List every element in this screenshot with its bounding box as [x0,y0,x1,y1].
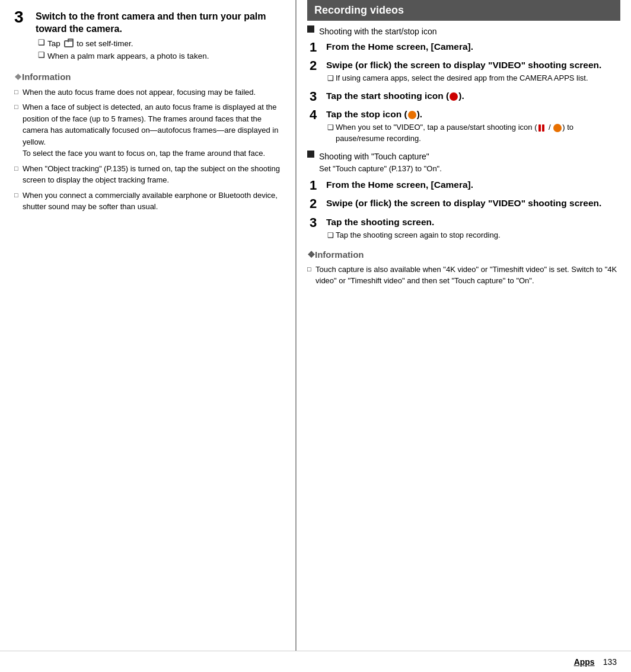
subsection1: Shooting with the start/stop icon [307,27,620,36]
r-step-content: Tap the shooting screen. ❑ Tap the shoot… [326,216,620,242]
subsection2: Shooting with "Touch capture" Set "Touch… [307,152,620,174]
step-3-bullet-2: ❑ When a palm mark appears, a photo is t… [36,50,283,62]
subsection2-label: Shooting with "Touch capture" [319,152,429,161]
info-text: When "Object tracking" (P.135) is turned… [23,163,283,186]
r-step-s2-1: 1 From the Home screen, [Camera]. [310,179,620,193]
start-icon [450,92,458,101]
subsection1-label: Shooting with the start/stop icon [319,27,436,36]
right-info-heading: ❖Information [307,249,620,260]
left-info-section: ❖Information □ When the auto focus frame… [14,72,283,213]
left-info-item-2: □ When a face of subject is detected, an… [14,101,283,159]
r-step-number: 3 [310,216,326,229]
r-step-number: 1 [310,179,326,192]
r-step-title: Swipe (or flick) the screen to display "… [326,59,620,71]
r-step-s2-2: 2 Swipe (or flick) the screen to display… [310,197,620,211]
right-info-item-1: □ Touch capture is also available when "… [307,264,620,287]
section-header: Recording videos [307,0,620,21]
step-number-3: 3 [14,9,36,25]
footer-apps-label: Apps [574,657,595,667]
step-3-bullet-1: ❑ Tap to set self-timer. [36,38,283,50]
left-column: 3 Switch to the front camera and then tu… [0,0,297,651]
r-step-title: Tap the start shooting icon (). [326,90,620,102]
r-step-title: Tap the stop icon (). [326,108,620,120]
bullet-text: When a palm mark appears, a photo is tak… [47,50,209,62]
section-title: Recording videos [314,4,404,16]
bullet-text: Tap to set self-timer. [47,38,133,50]
r-step-title: From the Home screen, [Camera]. [326,41,620,53]
black-square-icon [307,25,314,33]
info-text: When you connect a commercially availabl… [23,190,283,213]
left-info-heading: ❖Information [14,72,283,82]
r-bullet-item: ❑ If using camera apps, select the desir… [326,73,620,84]
resume-icon [553,124,562,132]
diamond-icon: ❖ [14,72,22,82]
left-info-item-1: □ When the auto focus frame does not app… [14,87,283,98]
bullet-sym: ❑ [38,38,47,47]
left-step-3: 3 Switch to the front camera and then tu… [14,11,283,63]
r-step-content: Tap the stop icon (). ❑ When you set to … [326,108,620,146]
r-bullet-text: Tap the shooting screen again to stop re… [336,230,501,241]
info-text: When a face of subject is detected, an a… [23,101,283,159]
r-step-content: Swipe (or flick) the screen to display "… [326,197,620,211]
right-info-section: ❖Information □ Touch capture is also ava… [307,249,620,287]
r-step-2: 2 Swipe (or flick) the screen to display… [310,59,620,85]
r-bullet-sym: ❑ [327,231,336,239]
r-step-3: 3 Tap the start shooting icon (). [310,90,620,104]
r-step-content: Swipe (or flick) the screen to display "… [326,59,620,85]
left-info-item-4: □ When you connect a commercially availa… [14,190,283,213]
r-bullet-item: ❑ Tap the shooting screen again to stop … [326,230,620,241]
r-step-title: Swipe (or flick) the screen to display "… [326,197,620,209]
camera-icon [64,40,74,47]
r-step-title: From the Home screen, [Camera]. [326,179,620,191]
r-bullet-sym: ❑ [327,74,336,82]
info-bullet: □ [14,88,23,95]
r-step-title: Tap the shooting screen. [326,216,620,228]
stop-icon [408,111,416,119]
r-step-1: 1 From the Home screen, [Camera]. [310,41,620,55]
info-bullet: □ [14,103,23,110]
diamond-icon: ❖ [307,249,315,260]
black-square-icon [307,151,314,158]
r-bullet-item: ❑ When you set to "VIDEO", tap a pause/s… [326,122,620,145]
info-bullet: □ [14,165,23,172]
subsection1-header: Shooting with the start/stop icon [307,27,620,36]
footer-page-number: 133 [603,657,617,667]
subsection2-subtext: Set "Touch capture" (P.137) to "On". [319,164,620,174]
info-text: When the auto focus frame does not appea… [23,87,256,98]
r-step-number: 3 [310,90,326,103]
right-column: Recording videos Shooting with the start… [297,0,631,651]
step-3-content: Switch to the front camera and then turn… [36,11,283,63]
info-bullet: □ [14,191,23,199]
subsection2-header: Shooting with "Touch capture" [307,152,620,161]
step-3-title: Switch to the front camera and then turn… [36,11,283,36]
r-step-number: 1 [310,41,326,54]
r-step-number: 4 [310,108,326,121]
r-step-4: 4 Tap the stop icon (). ❑ When you set t… [310,108,620,146]
left-info-item-3: □ When "Object tracking" (P.135) is turn… [14,163,283,186]
pause-icon [537,124,546,132]
r-step-content: From the Home screen, [Camera]. [326,41,620,55]
r-step-number: 2 [310,197,326,210]
r-bullet-sym: ❑ [327,123,336,132]
r-bullet-text: If using camera apps, select the desired… [336,73,588,84]
r-step-content: From the Home screen, [Camera]. [326,179,620,193]
r-step-number: 2 [310,59,326,72]
footer: Apps 133 [0,651,631,672]
r-bullet-text: When you set to "VIDEO", tap a pause/sta… [336,122,620,145]
r-step-s2-3: 3 Tap the shooting screen. ❑ Tap the sho… [310,216,620,242]
bullet-sym: ❑ [38,50,47,59]
r-step-content: Tap the start shooting icon (). [326,90,620,104]
r-info-bullet: □ [307,265,316,273]
r-info-text: Touch capture is also available when "4K… [316,264,620,287]
